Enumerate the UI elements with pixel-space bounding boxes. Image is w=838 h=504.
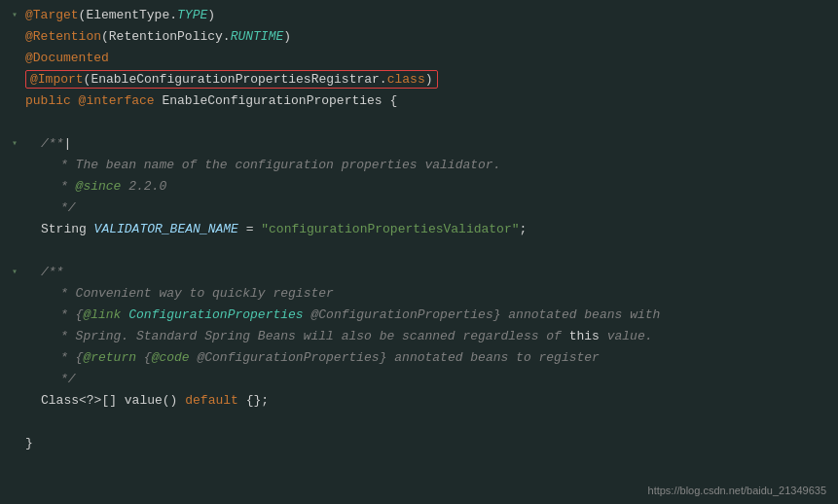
watermark: https://blog.csdn.net/baidu_21349635 (648, 485, 826, 496)
token: TYPE (177, 8, 207, 22)
code-line-5: public @interface EnableConfigurationPro… (0, 90, 838, 111)
line-content-17: * {@return {@code @ConfigurationProperti… (21, 350, 830, 365)
token: (EnableConfigurationPropertiesRegistrar. (84, 72, 387, 87)
code-line-19: Class<?>[] value() default {}; (0, 389, 838, 411)
token: (ElementType. (79, 8, 177, 22)
line-content-5: public @interface EnableConfigurationPro… (21, 93, 830, 108)
line-content-7: /**| (21, 136, 830, 151)
this-token: this (569, 329, 600, 343)
code-line-12 (0, 239, 838, 261)
fold-arrow-7[interactable]: ▾ (8, 137, 21, 149)
code-line-1: ▾ @Target(ElementType.TYPE) (0, 4, 838, 25)
token: = (238, 222, 261, 236)
token: @Documented (25, 51, 109, 65)
token: */ (60, 372, 76, 386)
line-content-4: @Import(EnableConfigurationPropertiesReg… (21, 70, 830, 89)
line-content-12 (21, 243, 830, 258)
line-content-11: String VALIDATOR_BEAN_NAME = "configurat… (21, 222, 830, 236)
code-line-8: * The bean name of the configuration pro… (0, 154, 838, 175)
token: EnableConfigurationProperties { (162, 93, 397, 108)
line-content-2: @Retention(RetentionPolicy.RUNTIME) (21, 29, 830, 44)
token: ; (520, 222, 528, 236)
code-line-15: * {@link ConfigurationProperties @Config… (0, 304, 838, 325)
token: String (41, 222, 94, 236)
token: @Retention (25, 29, 101, 44)
code-line-11: String VALIDATOR_BEAN_NAME = "configurat… (0, 218, 838, 239)
code-line-10: */ (0, 197, 838, 218)
token: /** (41, 265, 63, 279)
token: (RetentionPolicy. (101, 29, 231, 44)
code-line-16: * Spring. Standard Spring Beans will als… (0, 325, 838, 346)
token: Class<?>[] value() (41, 393, 185, 408)
token: @ConfigurationProperties} annotated bean… (304, 307, 661, 322)
token: 2.2.0 (121, 179, 166, 194)
line-content-19: Class<?>[] value() default {}; (21, 393, 830, 408)
token: default (185, 393, 238, 408)
token: * The bean name of the configuration pro… (60, 158, 500, 172)
line-content-3: @Documented (21, 51, 830, 65)
token: {}; (238, 393, 269, 408)
line-content-20 (21, 414, 830, 429)
token: @code (152, 350, 190, 365)
token: ) (425, 72, 433, 87)
fold-arrow-1[interactable]: ▾ (8, 9, 21, 20)
line-content-1: @Target(ElementType.TYPE) (21, 8, 830, 22)
code-line-20 (0, 411, 838, 432)
token: ConfigurationProperties (128, 307, 303, 322)
token: ) (283, 29, 291, 44)
code-line-21: } (0, 432, 838, 453)
token: class (387, 72, 425, 87)
line-content-18: */ (21, 372, 830, 386)
token: @interface (79, 93, 163, 108)
code-line-6 (0, 111, 838, 132)
line-content-21: } (21, 436, 830, 450)
code-editor: ▾ @Target(ElementType.TYPE) @Retention(R… (0, 0, 838, 504)
line-content-14: * Convenient way to quickly register (21, 286, 830, 301)
token: @Import (30, 72, 84, 87)
token: @link (83, 307, 121, 322)
line-content-9: * @since 2.2.0 (21, 179, 830, 194)
token: { (136, 350, 152, 365)
line-content-6 (21, 115, 830, 129)
line-content-10: */ (21, 200, 830, 215)
token: @ConfigurationProperties} annotated bean… (190, 350, 600, 365)
token: @since (76, 179, 122, 194)
token: * Spring. Standard Spring Beans will als… (60, 329, 569, 343)
token: */ (60, 200, 76, 215)
code-line-3: @Documented (0, 47, 838, 68)
line-content-16: * Spring. Standard Spring Beans will als… (21, 329, 830, 343)
code-line-14: * Convenient way to quickly register (0, 282, 838, 304)
code-line-18: */ (0, 368, 838, 389)
token: "configurationPropertiesValidator" (261, 222, 519, 236)
code-line-17: * {@return {@code @ConfigurationProperti… (0, 346, 838, 368)
token: * { (60, 350, 83, 365)
code-line-13: ▾ /** (0, 261, 838, 282)
code-line-2: @Retention(RetentionPolicy.RUNTIME) (0, 25, 838, 47)
line-content-13: /** (21, 265, 830, 279)
line-content-8: * The bean name of the configuration pro… (21, 158, 830, 172)
token: RUNTIME (231, 29, 284, 44)
fold-arrow-13[interactable]: ▾ (8, 266, 21, 277)
token: * (60, 179, 76, 194)
token: | (63, 136, 71, 151)
token: @Target (25, 8, 79, 22)
token: ) (207, 8, 215, 22)
token: /** (41, 136, 63, 151)
token: public (25, 93, 79, 108)
token: @return (83, 350, 136, 365)
code-line-9: * @since 2.2.0 (0, 175, 838, 197)
code-line-4: @Import(EnableConfigurationPropertiesReg… (0, 68, 838, 90)
code-line-7: ▾ /**| (0, 132, 838, 154)
line-content-15: * {@link ConfigurationProperties @Config… (21, 307, 830, 322)
token: * Convenient way to quickly register (60, 286, 334, 301)
import-annotation-box: @Import(EnableConfigurationPropertiesReg… (25, 70, 438, 89)
token: * { (60, 307, 83, 322)
token: VALIDATOR_BEAN_NAME (94, 222, 238, 236)
token: value. (600, 329, 653, 343)
token: } (25, 436, 33, 450)
